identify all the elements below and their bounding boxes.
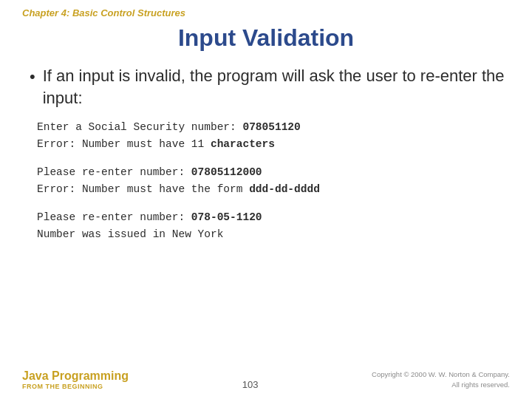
footer-brand: Java Programming FROM THE BEGINNING: [22, 369, 129, 390]
slide-title: Input Validation: [22, 24, 510, 52]
bullet-point: • If an input is invalid, the program wi…: [22, 65, 510, 109]
code-label: Please re-enter number:: [37, 166, 191, 178]
copyright-line2: All rights reserved.: [451, 381, 510, 389]
code-label: Error: Number must have the form: [37, 183, 249, 195]
code-block-2: Please re-enter number: 07805112000 Erro…: [37, 164, 510, 197]
footer-page-number: 103: [242, 379, 259, 390]
code-value: ddd-dd-dddd: [249, 183, 320, 195]
code-line-1-2: Error: Number must have 11 characters: [37, 136, 510, 152]
code-block-1: Enter a Social Security number: 07805112…: [37, 119, 510, 152]
code-label: Enter a Social Security number:: [37, 121, 242, 133]
code-line-3-1: Please re-enter number: 078-05-1120: [37, 209, 510, 225]
code-line-3-2: Number was issued in New York: [37, 226, 510, 242]
slide-container: Chapter 4: Basic Control Structures Inpu…: [0, 0, 532, 399]
bullet-text: If an input is invalid, the program will…: [43, 65, 510, 109]
footer-copyright: Copyright © 2000 W. W. Norton & Company.…: [372, 369, 510, 391]
code-line-2-2: Error: Number must have the form ddd-dd-…: [37, 181, 510, 197]
chapter-title: Chapter 4: Basic Control Structures: [22, 7, 510, 18]
code-label: Error: Number must have 11: [37, 138, 211, 150]
footer-brand-title: Java Programming: [22, 369, 129, 383]
code-label: Number was issued in New York: [37, 228, 223, 240]
code-value: characters: [211, 138, 275, 150]
copyright-line1: Copyright © 2000 W. W. Norton & Company.: [372, 370, 510, 378]
footer-brand-sub: FROM THE BEGINNING: [22, 383, 129, 390]
code-value: 07805112000: [191, 166, 262, 178]
code-line-1-1: Enter a Social Security number: 07805112…: [37, 119, 510, 135]
code-value: 078051120: [242, 121, 300, 133]
footer: Java Programming FROM THE BEGINNING 103 …: [22, 369, 510, 391]
code-label: Please re-enter number:: [37, 211, 191, 223]
bullet-icon: •: [30, 66, 35, 88]
code-value: 078-05-1120: [191, 211, 262, 223]
code-line-2-1: Please re-enter number: 07805112000: [37, 164, 510, 180]
code-block-3: Please re-enter number: 078-05-1120 Numb…: [37, 209, 510, 242]
